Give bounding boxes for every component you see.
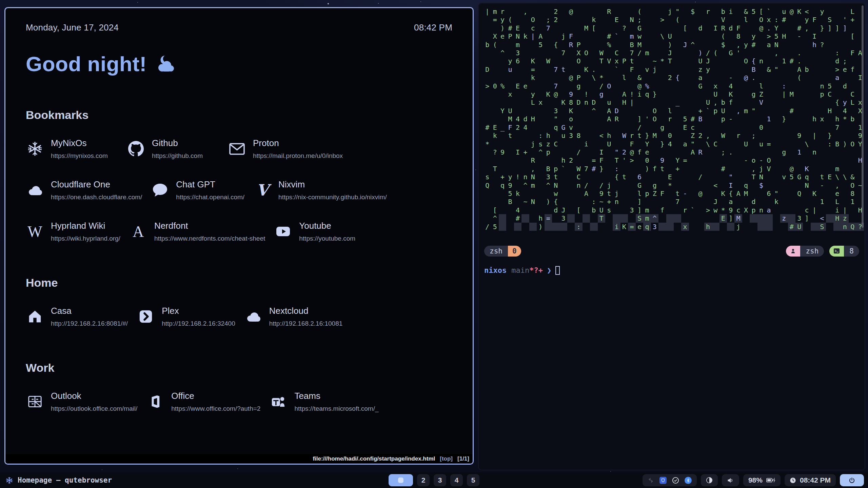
battery-module[interactable]: 98% <box>743 474 781 486</box>
bookmark-label[interactable]: Youtube <box>299 221 355 231</box>
active-workspace-dot <box>398 477 403 483</box>
bookmark-url: https://mail.proton.me/u/0/inbox <box>253 152 343 160</box>
tmux-statusline: zsh 0 zsh 8 <box>484 246 859 257</box>
bookmark-chatgpt[interactable]: Chat GPThttps://chat.openai.com/ <box>151 179 244 201</box>
check-circle-icon[interactable] <box>672 477 679 484</box>
bookmark-url: http://192.168.2.16:10081 <box>269 320 343 327</box>
workspace-1-active[interactable] <box>389 474 413 486</box>
bookmark-teams[interactable]: Teamshttps://teams.microsoft.com/_ <box>269 391 378 412</box>
terminal-window: |mr,2@R(j"$rbi&5[`u@K<yL=y(O;2kEN;>(VlOx… <box>478 3 865 470</box>
cmatrix-output: |mr,2@R(j"$rbi&5[`u@K<yL=y(O;2kEN;>(VlOx… <box>484 7 864 231</box>
nix-snowflake-icon <box>26 140 44 158</box>
bookmark-nerdfont[interactable]: A Nerdfonthttps://www.nerdfonts.com/chea… <box>129 221 265 242</box>
section-home: Home Casahttp://192.168.2.16:8081/#/ <box>26 276 452 327</box>
kdeconnect-icon[interactable] <box>648 477 654 484</box>
waybar: Homepage — qutebrowser 2 3 4 5 <box>0 472 868 488</box>
section-bookmarks: Bookmarks MyNixOshttps://mynixos.com <box>26 108 452 242</box>
waybar-right-modules: 98% 08:42 PM <box>643 474 864 486</box>
tmux-user-widget: zsh <box>786 246 824 257</box>
bookmark-label[interactable]: Proton <box>253 138 343 148</box>
bookmark-url: http://192.168.2.16:32400 <box>162 320 235 327</box>
bookmark-label[interactable]: Teams <box>294 391 378 401</box>
date-text: Monday, June 17, 2024 <box>26 22 119 33</box>
tmux-shell-name: zsh <box>800 246 824 257</box>
bookmark-youtube[interactable]: Youtubehttps://youtube.com <box>274 221 366 242</box>
workspace-2[interactable]: 2 <box>417 474 430 486</box>
section-work: Work Outlookhttps://outlook.office.com/m… <box>26 361 452 412</box>
chat-bubble-icon <box>151 181 169 199</box>
speaker-icon <box>727 477 734 484</box>
bookmark-outlook[interactable]: Outlookhttps://outlook.office.com/mail/ <box>26 391 137 412</box>
bookmark-mynixos[interactable]: MyNixOshttps://mynixos.com <box>26 138 118 160</box>
bookmark-url: https://www.office.com/?auth=2 <box>171 405 260 412</box>
terminal-icon <box>829 246 844 257</box>
power-icon <box>849 477 855 484</box>
office-icon-item[interactable]: Officehttps://www.office.com/?auth=2 <box>146 391 260 412</box>
bookmark-label[interactable]: MyNixOs <box>51 138 108 148</box>
workspace-3[interactable]: 3 <box>434 474 446 486</box>
bookmark-plex[interactable]: Plexhttp://192.168.2.16:32400 <box>137 306 235 327</box>
bookmark-proton[interactable]: Protonhttps://mail.proton.me/u/0/inbox <box>228 138 343 160</box>
tmux-session-name[interactable]: zsh <box>484 246 508 257</box>
bitwarden-icon[interactable] <box>659 477 667 484</box>
tmux-tab-left[interactable]: zsh 0 <box>484 246 521 257</box>
clock-icon <box>790 477 796 484</box>
clock-module[interactable]: 08:42 PM <box>785 474 836 486</box>
bluetooth-icon[interactable] <box>685 477 692 484</box>
section-title: Home <box>26 276 452 289</box>
cloud-icon <box>26 181 44 199</box>
bookmark-label[interactable]: Chat GPT <box>176 179 244 190</box>
bookmark-label[interactable]: Nixvim <box>278 179 387 190</box>
bookmark-cloudflare-one[interactable]: Cloudflare Onehttps://one.dash.cloudflar… <box>26 179 142 201</box>
outlook-icon <box>26 392 44 411</box>
bookmark-label[interactable]: Nextcloud <box>269 306 343 316</box>
clock-text: 08:42 PM <box>800 476 831 484</box>
wiki-icon: W <box>26 222 44 241</box>
bookmark-hyprland-wiki[interactable]: W Hyprland Wikihttps://wiki.hyprland.org… <box>26 221 120 242</box>
bookmark-label[interactable]: Nerdfont <box>154 221 265 231</box>
statusbar-tab-index: [1/1] <box>457 455 469 462</box>
bookmark-label[interactable]: Cloudflare One <box>51 179 142 190</box>
bookmark-nixvim[interactable]: V Nixvimhttps://nix-community.github.io/… <box>253 179 387 201</box>
bookmark-label[interactable]: Github <box>152 138 203 148</box>
bookmark-url: https://chat.openai.com/ <box>176 194 244 201</box>
bookmark-url: https://www.nerdfonts.com/cheat-sheet <box>154 235 265 242</box>
youtube-play-icon <box>274 222 292 241</box>
bookmark-label[interactable]: Outlook <box>51 391 137 401</box>
prompt-symbol: ❯ <box>547 266 551 274</box>
plex-icon <box>137 307 155 326</box>
bookmark-url: https://wiki.hyprland.org/ <box>51 235 120 242</box>
cloud-icon <box>244 307 262 326</box>
terminal-cursor <box>555 266 560 275</box>
greeting: Good night! <box>26 52 452 76</box>
bookmark-url: http://192.168.2.16:8081/#/ <box>51 320 128 327</box>
bookmark-url: https://github.com <box>152 152 203 160</box>
window-title-module: Homepage — qutebrowser <box>5 472 112 488</box>
github-octocat-icon <box>127 140 145 158</box>
prompt-git-branch: main <box>511 266 529 274</box>
terminal-scrollbar[interactable] <box>862 5 864 228</box>
bookmark-label[interactable]: Office <box>171 391 260 401</box>
volume-module[interactable] <box>722 474 739 486</box>
bookmark-url: https://mynixos.com <box>51 152 108 160</box>
moon-cloud-icon <box>154 55 175 73</box>
qutebrowser-window: Monday, June 17, 2024 08:42 PM Good nigh… <box>4 7 474 465</box>
bookmark-label[interactable]: Plex <box>162 306 235 316</box>
power-button[interactable] <box>840 474 864 486</box>
statusbar-scroll-position: [top] <box>440 455 453 462</box>
bookmark-url: https://nix-community.github.io/nixvim/ <box>278 194 387 201</box>
shell-prompt[interactable]: nixos main *?+ ❯ <box>484 266 865 275</box>
bookmark-url: https://outlook.office.com/mail/ <box>51 405 137 412</box>
prompt-host: nixos <box>484 266 507 274</box>
bookmark-label[interactable]: Hyprland Wiki <box>51 221 120 231</box>
workspace-4[interactable]: 4 <box>450 474 463 486</box>
bookmark-nextcloud[interactable]: Nextcloudhttp://192.168.2.16:10081 <box>244 306 343 327</box>
workspace-5[interactable]: 5 <box>467 474 479 486</box>
vim-icon: V <box>253 181 272 199</box>
bookmark-casa[interactable]: Casahttp://192.168.2.16:8081/#/ <box>26 306 128 327</box>
system-tray <box>643 474 697 486</box>
nightlight-module[interactable] <box>701 474 718 486</box>
bookmark-github[interactable]: Githubhttps://github.com <box>127 138 219 160</box>
bookmark-label[interactable]: Casa <box>51 306 128 316</box>
time-text: 08:42 PM <box>414 22 452 33</box>
